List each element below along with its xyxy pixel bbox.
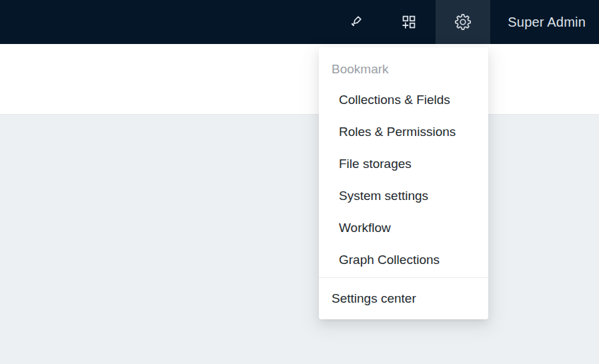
highlight-button[interactable] [329,0,382,44]
menu-item-graph-collections[interactable]: Graph Collections [319,244,488,276]
ui-editor-button[interactable] [382,0,436,44]
menu-group-title-bookmark: Bookmark [319,55,488,84]
highlight-icon [348,14,364,30]
menu-item-workflow[interactable]: Workflow [319,212,488,244]
settings-dropdown-menu: Bookmark Collections & Fields Roles & Pe… [319,47,488,319]
menu-item-settings-center[interactable]: Settings center [319,279,488,318]
menu-item-system-settings[interactable]: System settings [319,180,488,212]
user-name-label: Super Admin [508,15,586,30]
ui-editor-icon [401,14,417,30]
menu-divider [319,277,488,278]
menu-item-roles-permissions[interactable]: Roles & Permissions [319,116,488,148]
menu-item-collections-fields[interactable]: Collections & Fields [319,84,488,116]
content-white-band [0,44,599,115]
user-menu[interactable]: Super Admin [490,0,599,44]
settings-button[interactable] [436,0,490,44]
page-background [0,115,599,364]
settings-icon [454,13,472,31]
menu-item-file-storages[interactable]: File storages [319,148,488,180]
top-header-bar: Super Admin [0,0,599,44]
